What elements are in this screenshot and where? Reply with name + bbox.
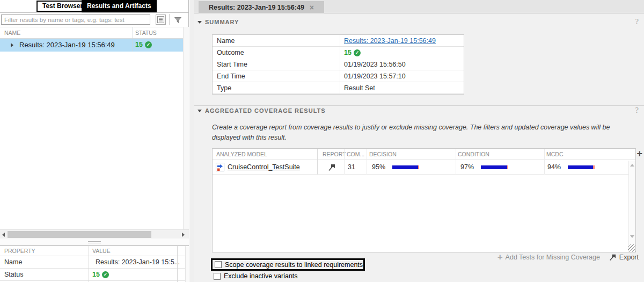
result-set-status: 15 <box>135 41 152 48</box>
result-set-row[interactable]: Results: 2023-Jan-19 15:56:49 15 <box>0 39 189 52</box>
summary-value: Result Set <box>344 84 375 92</box>
coverage-table-header: ANALYZED MODEL REPORT COM... DECISION CO… <box>213 149 635 160</box>
property-value: Results: 2023-Jan-19 15:5... <box>96 258 180 266</box>
property-label: Name <box>4 258 22 266</box>
splitter-handle-icon[interactable] <box>88 241 101 243</box>
help-icon[interactable]: ? <box>635 18 639 26</box>
column-header-value: VALUE <box>92 248 111 254</box>
coverage-table: ANALYZED MODEL REPORT COM... DECISION CO… <box>212 148 636 252</box>
complexity-value: 31 <box>348 163 355 171</box>
panel-splitter[interactable] <box>0 238 189 245</box>
coverage-vertical-scrollbar[interactable] <box>628 161 635 252</box>
results-document-panel: Results: 2023-Jan-19 15:56:49 × SUMMARY … <box>194 0 644 282</box>
browser-panel: Test Browser Results and Artifacts <box>0 0 189 282</box>
coverage-actions: + Add Tests for Missing Coverage Export <box>497 253 639 261</box>
property-column-divider <box>177 246 178 282</box>
checkbox-label: Scope coverage results to linked require… <box>225 261 363 269</box>
collapse-caret-icon[interactable] <box>197 21 202 24</box>
close-icon[interactable]: × <box>310 3 314 12</box>
tree-horizontal-scrollbar[interactable] <box>0 229 189 238</box>
scroll-right-icon[interactable] <box>182 233 185 237</box>
toolbar-divider <box>169 14 170 25</box>
expand-caret-icon[interactable] <box>11 43 13 47</box>
summary-row-start-time: Start Time 01/19/2023 15:56:50 <box>213 59 464 70</box>
section-divider <box>194 105 644 106</box>
help-icon[interactable]: ? <box>635 106 639 115</box>
summary-value: 01/19/2023 15:56:50 <box>344 61 406 68</box>
property-scrollbar-track <box>185 246 189 282</box>
scope-coverage-checkbox-row-highlighted[interactable]: Scope coverage results to linked require… <box>211 258 365 271</box>
coverage-section-header[interactable]: AGGREGATED COVERAGE RESULTS <box>197 107 326 114</box>
report-flag-icon[interactable] <box>327 163 336 171</box>
scrollbar-thumb[interactable] <box>8 231 151 238</box>
resize-grip-icon[interactable] <box>628 244 635 252</box>
property-column-divider <box>89 246 89 282</box>
checkbox[interactable] <box>215 261 222 268</box>
coverage-table-row: CruiseControl_TestSuite 31 95% 97% 94% <box>213 160 635 175</box>
summary-column-divider <box>340 35 340 94</box>
summary-label: Type <box>217 84 231 92</box>
add-column-icon[interactable]: + <box>636 149 642 158</box>
column-header-decision: DECISION <box>369 151 397 157</box>
result-set-link[interactable]: Results: 2023-Jan-19 15:56:49 <box>344 37 436 45</box>
column-header-mcdc: MCDC <box>546 151 564 157</box>
column-header-report: REPORT <box>323 151 346 157</box>
filter-input[interactable] <box>1 15 150 25</box>
coverage-column-divider <box>544 149 545 175</box>
summary-label: End Time <box>217 73 245 80</box>
collapse-caret-icon[interactable] <box>197 110 202 112</box>
coverage-description: Create a coverage report from coverage r… <box>212 122 624 143</box>
column-header-name: NAME <box>4 30 20 36</box>
model-icon <box>216 163 224 171</box>
document-tab-results[interactable]: Results: 2023-Jan-19 15:56:49 × <box>199 1 324 13</box>
column-header-property: PROPERTY <box>4 248 35 254</box>
coverage-column-divider <box>317 149 318 175</box>
condition-coverage-bar <box>481 165 508 169</box>
property-row-name: Name Results: 2023-Jan-19 15:5... <box>0 256 189 269</box>
property-value-status: 15 <box>92 271 109 278</box>
checkbox[interactable] <box>214 273 221 280</box>
mcdc-coverage-bar <box>568 165 595 169</box>
tab-results-and-artifacts[interactable]: Results and Artifacts <box>82 0 157 12</box>
action-label: Add Tests for Missing Coverage <box>506 254 600 261</box>
analyzed-model-link[interactable]: CruiseControl_TestSuite <box>228 163 300 171</box>
scroll-left-icon[interactable] <box>2 233 5 237</box>
panel-tabs: Test Browser Results and Artifacts <box>0 0 188 13</box>
summary-row-end-time: End Time 01/19/2023 15:57:10 <box>213 70 464 82</box>
export-button[interactable]: Export <box>609 253 639 261</box>
property-table: PROPERTY VALUE Name Results: 2023-Jan-19… <box>0 245 189 282</box>
add-tests-for-missing-coverage-button[interactable]: + Add Tests for Missing Coverage <box>497 254 600 261</box>
scroll-down-icon[interactable] <box>630 235 634 238</box>
checkbox-label: Exclude inactive variants <box>224 272 298 280</box>
summary-label: Name <box>217 37 235 45</box>
summary-label: Start Time <box>217 61 247 68</box>
filter-button[interactable] <box>173 15 182 25</box>
plus-icon: + <box>497 254 503 261</box>
result-set-name: Results: 2023-Jan-19 15:56:49 <box>19 41 115 49</box>
tree-vertical-scrollbar[interactable] <box>183 27 189 229</box>
list-icon <box>157 16 164 23</box>
summary-row-name: Name Results: 2023-Jan-19 15:56:49 <box>213 35 464 47</box>
coverage-section-title: AGGREGATED COVERAGE RESULTS <box>205 107 326 114</box>
summary-section-header[interactable]: SUMMARY <box>197 19 239 25</box>
decision-percent: 95% <box>372 163 385 171</box>
pass-check-icon <box>354 49 361 56</box>
test-manager-window: Test Browser Results and Artifacts <box>0 0 644 282</box>
exclude-inactive-variants-checkbox-row[interactable]: Exclude inactive variants <box>214 272 298 280</box>
coverage-column-divider <box>456 149 456 175</box>
filter-row <box>0 13 188 27</box>
funnel-icon <box>174 16 182 24</box>
summary-row-type: Type Result Set <box>213 82 464 94</box>
property-table-header: PROPERTY VALUE <box>0 246 189 256</box>
filter-options-button[interactable] <box>156 15 166 25</box>
scroll-up-icon[interactable] <box>630 164 634 167</box>
pass-count: 15 <box>92 271 100 278</box>
export-flag-icon <box>609 253 617 261</box>
coverage-column-divider <box>367 149 367 175</box>
tab-test-browser[interactable]: Test Browser <box>36 1 89 12</box>
pass-count: 15 <box>344 49 352 56</box>
outcome-status: 15 <box>344 49 361 56</box>
summary-section-title: SUMMARY <box>205 19 239 25</box>
summary-table: Name Results: 2023-Jan-19 15:56:49 Outco… <box>212 34 464 95</box>
coverage-column-divider <box>344 149 345 175</box>
